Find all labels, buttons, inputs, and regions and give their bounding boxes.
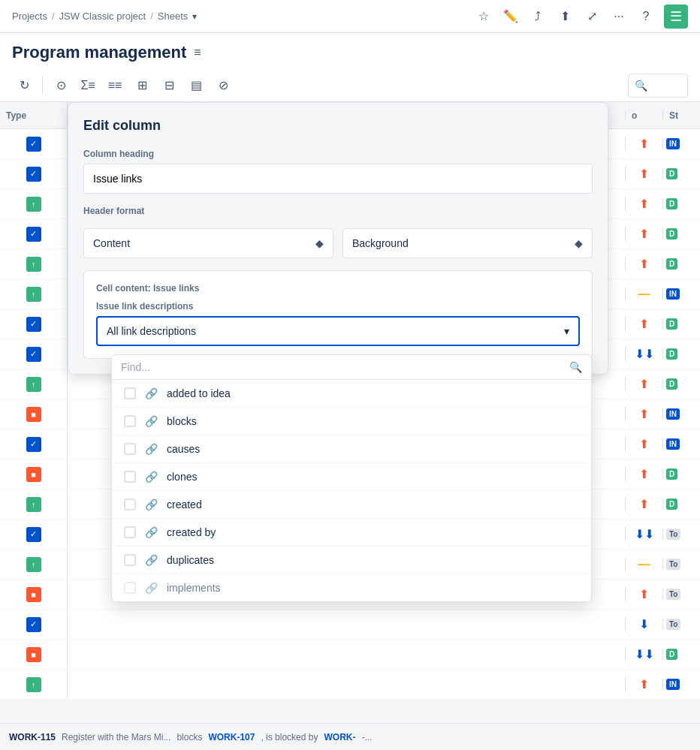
column-heading-label: Column heading: [83, 149, 593, 159]
o-cell: ⬇⬇: [625, 527, 662, 541]
dropdown-search-input[interactable]: [121, 361, 563, 373]
dropdown-value: All link descriptions: [107, 325, 196, 337]
st-cell: IN: [662, 138, 700, 149]
breadcrumb-projects[interactable]: Projects: [12, 11, 47, 22]
content-select-label: Content: [93, 237, 130, 249]
breadcrumb-sheets[interactable]: Sheets: [158, 11, 188, 22]
upload-icon[interactable]: ⬆: [556, 8, 574, 26]
search-box[interactable]: 🔍: [628, 74, 688, 98]
status-badge-to: To: [666, 559, 680, 570]
item-label: created: [167, 498, 202, 511]
item-label: clones: [167, 471, 197, 483]
table-row[interactable]: ✓ ⬇ To: [0, 610, 700, 640]
header-format-row: Content ◆ Background ◆: [83, 228, 593, 258]
breadcrumb-project[interactable]: JSW Classic project: [59, 11, 146, 22]
blue-check-icon: ✓: [26, 527, 41, 542]
blue-check-icon: ✓: [26, 437, 41, 452]
edit-column-panel: Edit column Column heading Header format…: [68, 102, 608, 375]
st-cell: IN: [662, 438, 700, 450]
st-cell: D: [662, 498, 700, 510]
edit-icon[interactable]: ✏️: [502, 8, 520, 26]
dropdown-item-added-to-idea[interactable]: 🔗 added to idea: [112, 380, 591, 408]
view-icon-button[interactable]: ⊙: [49, 74, 73, 98]
item-checkbox[interactable]: [124, 526, 136, 538]
st-cell: D: [662, 198, 700, 209]
background-diamond-icon: ◆: [575, 237, 583, 249]
status-badge-in: IN: [666, 288, 680, 300]
arrow-up-red-icon: ⬆: [639, 167, 649, 181]
col-type-header: Type: [0, 102, 68, 128]
st-cell: D: [662, 348, 700, 360]
refresh-button[interactable]: ↻: [12, 74, 36, 98]
status-badge-d: D: [666, 378, 677, 390]
top-nav: Projects / JSW Classic project / Sheets …: [0, 0, 700, 33]
item-checkbox[interactable]: [124, 415, 136, 427]
link-icon: 🔗: [145, 554, 158, 566]
table-button[interactable]: ▤: [184, 74, 208, 98]
status-badge-d: D: [666, 168, 677, 179]
item-label: implements: [167, 582, 221, 594]
star-icon[interactable]: ☆: [475, 8, 493, 26]
status-badge-to: To: [666, 619, 680, 630]
blue-check-icon: ✓: [26, 167, 41, 182]
toolbar: ↻ ⊙ Σ≡ ≡≡ ⊞ ⊟ ▤ ⊘ 🔍: [0, 69, 700, 102]
o-cell: ⬆: [625, 167, 662, 181]
item-checkbox[interactable]: [124, 498, 136, 511]
issue-link-dropdown[interactable]: All link descriptions ▾: [96, 316, 580, 346]
breadcrumb-dropdown-icon[interactable]: ▾: [192, 11, 197, 22]
table-row[interactable]: ■ ⬇⬇ D: [0, 640, 700, 670]
dropdown-item-blocks[interactable]: 🔗 blocks: [112, 408, 591, 435]
share-icon[interactable]: ⤴: [529, 8, 547, 26]
dash-yellow-icon: —: [638, 558, 650, 571]
arrow-up-red-icon: ⬆: [639, 197, 649, 211]
help-icon[interactable]: ?: [637, 8, 655, 26]
collapse-button[interactable]: ⊟: [157, 74, 181, 98]
item-checkbox[interactable]: [124, 471, 136, 483]
title-bar: Program management ≡: [0, 33, 700, 69]
status-badge-d: D: [666, 258, 677, 270]
content-select[interactable]: Content ◆: [83, 228, 333, 258]
red-sq-icon: ■: [26, 647, 41, 662]
menu-icon[interactable]: ≡: [194, 46, 201, 59]
arrow-up-red-icon: ⬆: [639, 467, 649, 481]
dropdown-item-duplicates[interactable]: 🔗 duplicates: [112, 547, 591, 574]
st-cell: D: [662, 258, 700, 270]
type-cell: ■: [0, 399, 68, 429]
list-button[interactable]: ≡≡: [103, 74, 127, 98]
item-checkbox[interactable]: [124, 387, 136, 399]
column-heading-input[interactable]: [83, 164, 593, 194]
arrow-down-blue-icon: ⬇: [639, 617, 649, 631]
dropdown-item-created[interactable]: 🔗 created: [112, 491, 591, 519]
o-cell: —: [625, 288, 662, 301]
item-checkbox[interactable]: [124, 554, 136, 566]
panel-title: Edit column: [83, 118, 593, 134]
item-label: blocks: [167, 415, 197, 427]
grid-button[interactable]: ⊞: [130, 74, 154, 98]
sum-button[interactable]: Σ≡: [76, 74, 100, 98]
background-select[interactable]: Background ◆: [342, 228, 593, 258]
dropdown-item-causes[interactable]: 🔗 causes: [112, 435, 591, 463]
table-row[interactable]: ↑ ⬆ IN: [0, 670, 700, 700]
dropdown-item-clones[interactable]: 🔗 clones: [112, 463, 591, 491]
arrow-down-blue-icon: ⬇⬇: [635, 347, 654, 361]
st-cell: D: [662, 168, 700, 179]
search-icon: 🔍: [569, 361, 582, 373]
o-cell: ⬆: [625, 137, 662, 151]
arrow-up-red-icon: ⬆: [639, 497, 649, 511]
o-cell: ⬆: [625, 467, 662, 481]
status-badge-d: D: [666, 228, 677, 239]
dropdown-item-implements[interactable]: 🔗 implements: [112, 574, 591, 601]
app-icon[interactable]: ☰: [664, 5, 688, 29]
more-icon[interactable]: ···: [610, 8, 628, 26]
item-label: duplicates: [167, 554, 214, 566]
arrow-up-red-icon: ⬆: [639, 317, 649, 331]
item-checkbox[interactable]: [124, 443, 136, 455]
expand-icon[interactable]: ⤢: [583, 8, 601, 26]
type-cell: ■: [0, 580, 68, 609]
dash-yellow-icon: —: [638, 288, 650, 301]
green-check-icon: ↑: [26, 677, 41, 692]
filter-button[interactable]: ⊘: [211, 74, 235, 98]
item-checkbox[interactable]: [124, 582, 136, 594]
status-badge-to: To: [666, 589, 680, 600]
dropdown-item-created-by[interactable]: 🔗 created by: [112, 519, 591, 547]
